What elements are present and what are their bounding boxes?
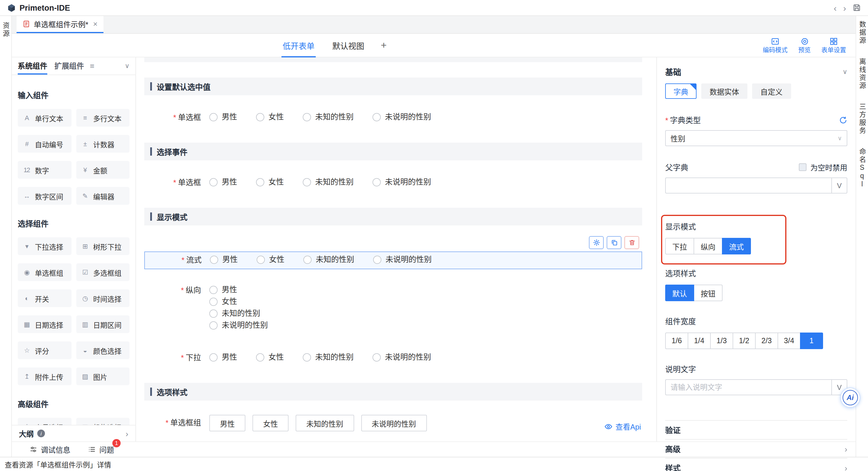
radio-option[interactable]: 未说明的性别	[373, 177, 431, 187]
palette-item[interactable]: ☑多选框组	[76, 263, 129, 281]
preview-button[interactable]: 预览	[798, 37, 811, 53]
form-field-row[interactable]: *单选框组男性女性未知的性别未说明的性别	[144, 415, 642, 434]
radio-option[interactable]: 未说明的性别	[209, 320, 268, 331]
palette-item[interactable]: ☆评分	[18, 342, 71, 359]
option-button[interactable]: 女性	[252, 415, 288, 431]
radio-option[interactable]: 女性	[209, 296, 268, 307]
palette-item[interactable]: ◷时间选择	[76, 289, 129, 307]
source-tab[interactable]: 字典	[665, 83, 696, 99]
nav-forward-icon[interactable]: ›	[843, 3, 846, 12]
palette-item[interactable]: ◒颜色选择	[76, 342, 129, 359]
radio-option[interactable]: 未知的性别	[303, 255, 354, 265]
collapse-basic-icon[interactable]: ∨	[843, 68, 847, 76]
code-mode-button[interactable]: 编码模式	[763, 37, 787, 53]
palette-item[interactable]: ▥日期区间	[76, 315, 129, 333]
view-tab-default[interactable]: 默认视图	[331, 33, 365, 57]
option-style-group-option[interactable]: 按钮	[693, 285, 722, 301]
source-tab[interactable]: 数据实体	[701, 83, 747, 99]
variable-binding-button[interactable]: V	[831, 178, 847, 194]
right-rail-item[interactable]: 数据源	[857, 21, 867, 45]
radio-option[interactable]: 未说明的性别	[373, 112, 431, 122]
radio-option[interactable]: 女性	[256, 112, 284, 122]
form-settings-button[interactable]: 表单设置	[821, 37, 846, 53]
component-width-group-option[interactable]: 1	[800, 332, 823, 349]
palette-item[interactable]: ↥附件上传	[18, 367, 71, 385]
radio-option[interactable]: 未知的性别	[303, 352, 353, 363]
palette-item[interactable]: ♙人员选择	[18, 418, 71, 425]
radio-option[interactable]: 男性	[209, 112, 237, 122]
dict-type-select[interactable]: 性别 ∨	[665, 130, 847, 146]
palette-tab[interactable]: 系统组件	[18, 57, 47, 75]
right-rail-item[interactable]: 命名Sql	[857, 148, 867, 188]
settings-icon[interactable]	[589, 236, 604, 249]
hamburger-icon[interactable]: ≡	[90, 62, 94, 70]
radio-option[interactable]: 未知的性别	[303, 177, 353, 187]
palette-item[interactable]: #自动编号	[18, 135, 71, 153]
radio-option[interactable]: 女性	[256, 177, 284, 187]
radio-option[interactable]: 未说明的性别	[373, 352, 431, 363]
option-button[interactable]: 未知的性别	[296, 415, 354, 431]
inspector-section-row[interactable]: 样式›	[665, 458, 847, 471]
display-mode-group-option[interactable]: 下拉	[665, 238, 694, 255]
checkbox-icon[interactable]	[799, 163, 807, 171]
form-field-row[interactable]: *纵向男性女性未知的性别未说明的性别	[144, 282, 642, 333]
sync-icon[interactable]	[839, 116, 847, 124]
form-field-row[interactable]: *单选框男性女性未知的性别未说明的性别	[144, 110, 642, 126]
view-api-link[interactable]: 查看Api	[604, 421, 641, 432]
palette-item[interactable]: ±计数器	[76, 135, 129, 153]
expand-outline-icon[interactable]: ›	[126, 429, 128, 438]
radio-option[interactable]: 未知的性别	[209, 308, 268, 319]
ai-assistant-button[interactable]: Ai	[840, 388, 860, 408]
add-view-button[interactable]: +	[381, 39, 387, 51]
component-width-group-option[interactable]: 1/6	[665, 332, 688, 349]
problems-button[interactable]: 问题 1	[88, 444, 114, 455]
palette-item[interactable]: ¥金额	[76, 161, 129, 179]
parent-dict-input[interactable]	[665, 178, 831, 194]
palette-item[interactable]: ↔数字区间	[18, 187, 71, 205]
right-rail-item[interactable]: 三方服务	[857, 102, 867, 135]
palette-item[interactable]: ◉单选框组	[18, 263, 71, 281]
inspector-section-row[interactable]: 高级›	[665, 439, 847, 458]
delete-icon[interactable]	[624, 236, 639, 249]
component-width-group-option[interactable]: 2/3	[755, 332, 778, 349]
document-tab[interactable]: 单选框组件示例* ×	[17, 16, 103, 33]
radio-option[interactable]: 女性	[257, 255, 284, 265]
radio-option[interactable]: 男性	[210, 255, 238, 265]
palette-item[interactable]: ◫机构选择	[76, 418, 129, 425]
display-mode-group-option[interactable]: 纵向	[693, 238, 722, 255]
copy-icon[interactable]	[607, 236, 621, 249]
palette-item[interactable]: ▨图片	[76, 367, 129, 385]
palette-item[interactable]: ⊞树形下拉	[76, 237, 129, 255]
nav-back-icon[interactable]: ‹	[834, 3, 837, 12]
radio-option[interactable]: 男性	[209, 352, 237, 363]
palette-item[interactable]: ≡多行文本	[76, 109, 129, 127]
component-width-group-option[interactable]: 1/2	[733, 332, 756, 349]
display-mode-group-option[interactable]: 流式	[722, 238, 751, 255]
save-icon[interactable]	[852, 4, 861, 12]
radio-option[interactable]: 男性	[209, 285, 268, 295]
form-field-row[interactable]: *流式男性女性未知的性别未说明的性别	[144, 252, 642, 269]
close-tab-icon[interactable]: ×	[93, 20, 98, 28]
form-field-row[interactable]: *下拉男性女性未知的性别未说明的性别	[144, 350, 642, 366]
left-rail-item-resources[interactable]: 资源	[1, 22, 10, 38]
radio-option[interactable]: 未说明的性别	[373, 255, 432, 265]
view-tab-form[interactable]: 低开表单	[281, 33, 316, 57]
right-rail-item[interactable]: 离线资源	[857, 58, 867, 90]
palette-item[interactable]: ✎编辑器	[76, 187, 129, 205]
palette-item[interactable]: ◐开关	[18, 289, 71, 307]
palette-tab[interactable]: 扩展组件	[54, 57, 84, 75]
palette-item[interactable]: A单行文本	[18, 109, 71, 127]
radio-option[interactable]: 男性	[209, 177, 237, 187]
debug-info-button[interactable]: 调试信息	[30, 444, 70, 455]
option-button[interactable]: 未说明的性别	[361, 415, 427, 431]
description-input[interactable]	[665, 379, 831, 395]
option-style-group-option[interactable]: 默认	[665, 285, 694, 301]
component-width-group-option[interactable]: 3/4	[778, 332, 801, 349]
radio-option[interactable]: 未知的性别	[303, 112, 353, 122]
collapse-palette-icon[interactable]: ∨	[125, 62, 129, 70]
source-tab[interactable]: 自定义	[752, 83, 791, 99]
component-width-group-option[interactable]: 1/4	[688, 332, 711, 349]
inspector-section-row[interactable]: 验证	[665, 420, 847, 439]
form-field-row[interactable]: *单选框男性女性未知的性别未说明的性别	[144, 175, 642, 191]
palette-item[interactable]: 12数字	[18, 161, 71, 179]
